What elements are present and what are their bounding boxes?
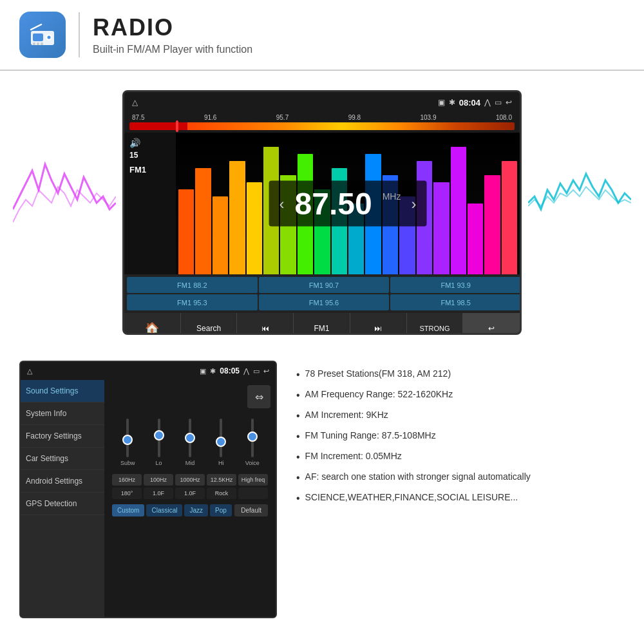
presets-panel: FM1 88.2 FM1 90.7 FM1 93.9 FM1 95.3 FM1 … xyxy=(124,274,522,313)
preset-custom[interactable]: Custom xyxy=(112,504,144,516)
settings-home-icon: △ xyxy=(27,367,32,375)
preset-3[interactable]: FM1 93.9 xyxy=(390,277,521,293)
eq-slider-lo: Lo xyxy=(146,419,172,466)
eq-param-rock[interactable]: Rock xyxy=(207,488,236,499)
bullet-3: • xyxy=(296,429,300,444)
preset-classical[interactable]: Classical xyxy=(146,504,182,516)
next-btn[interactable]: ⏭ xyxy=(350,313,407,335)
eq-param-1f-2[interactable]: 1.0F xyxy=(175,488,205,499)
slider-label-lo: Lo xyxy=(156,460,162,466)
strong-btn[interactable]: STRONG xyxy=(407,313,464,335)
slider-track-lo[interactable] xyxy=(158,419,160,457)
eq-param-125khz[interactable]: 12.5KHz xyxy=(207,474,236,486)
signal-icon: ▣ xyxy=(438,98,445,107)
slider-thumb-subw xyxy=(122,435,133,445)
info-text-1: AM Frequency Range: 522-1620KHz xyxy=(305,388,453,401)
info-item-0: • 78 Preset Stations(FM 318, AM 212) xyxy=(296,367,625,383)
slider-label-subw: Subw xyxy=(120,460,135,466)
eq-sliders: Subw Lo Mid xyxy=(109,411,270,469)
eq-param-empty xyxy=(238,488,268,499)
search-btn[interactable]: Search xyxy=(181,313,238,335)
slider-thumb-lo xyxy=(154,430,164,440)
eq-toggle-btn[interactable]: ⇔ xyxy=(247,385,270,408)
preset-4[interactable]: FM1 95.3 xyxy=(127,294,258,310)
preset-pop[interactable]: Pop xyxy=(210,504,232,516)
info-item-1: • AM Frequency Range: 522-1620KHz xyxy=(296,388,625,403)
preset-6[interactable]: FM1 98.5 xyxy=(390,294,521,310)
slider-thumb-voice xyxy=(247,431,258,442)
frequency-bar: 87.5 91.6 95.7 99.8 103.9 108.0 xyxy=(124,113,520,130)
radio-left-panel: 🔊 15 FM1 xyxy=(124,133,176,274)
eq-param-1f-1[interactable]: 1.0F xyxy=(144,488,173,499)
slider-track-mid[interactable] xyxy=(189,419,191,457)
info-text-2: AM Increment: 9KHz xyxy=(305,408,388,422)
eq-param-highfreq[interactable]: High freq xyxy=(238,474,268,486)
nav-car-settings[interactable]: Car Settings xyxy=(21,448,104,470)
volume-number: 15 xyxy=(129,151,138,160)
source-label: FM1 xyxy=(129,165,146,175)
radio-device-screen: △ ▣ ✱ 08:04 ⋀ ▭ ↩ 87.5 91.6 95.7 99.8 10… xyxy=(122,90,522,335)
nav-system-info[interactable]: System Info xyxy=(21,402,104,425)
freq-track[interactable] xyxy=(129,122,515,130)
settings-status-bar: △ ▣ ✱ 08:05 ⋀ ▭ ↩ xyxy=(21,362,276,380)
preset-jazz[interactable]: Jazz xyxy=(184,504,208,516)
radio-screen-section: △ ▣ ✱ 08:04 ⋀ ▭ ↩ 87.5 91.6 95.7 99.8 10… xyxy=(0,71,644,348)
freq-unit: MHz xyxy=(383,191,401,202)
info-text-6: SCIENCE,WEATHER,FINANCE,SOCIAL LEISURE..… xyxy=(305,491,518,504)
info-item-4: • FM Increment: 0.05MHz xyxy=(296,450,625,465)
home-btn[interactable]: 🏠 xyxy=(124,313,181,335)
radio-app-icon xyxy=(19,12,66,58)
slider-track-voice[interactable] xyxy=(251,419,254,457)
eq-preset-row: Custom Classical Jazz Pop Default xyxy=(109,502,270,519)
freq-indicator xyxy=(176,120,178,132)
freq-scale: 87.5 91.6 95.7 99.8 103.9 108.0 xyxy=(129,114,515,121)
settings-time: 08:05 xyxy=(220,366,240,375)
control-bar: 🏠 Search ⏮ FM1 ⏭ STRONG ↩ xyxy=(124,313,520,335)
preset-1[interactable]: FM1 88.2 xyxy=(127,277,258,293)
eq-param-160hz[interactable]: 160Hz xyxy=(112,474,142,486)
slider-thumb-mid xyxy=(185,433,195,443)
eq-param-180[interactable]: 180° xyxy=(112,488,142,499)
slider-thumb-hi xyxy=(216,437,226,447)
bullet-4: • xyxy=(296,450,300,465)
slider-track-subw[interactable] xyxy=(126,419,129,457)
settings-bt-icon: ✱ xyxy=(210,367,216,375)
freq-display: ‹ 87.50 MHz › xyxy=(269,181,427,227)
info-text-0: 78 Preset Stations(FM 318, AM 212) xyxy=(305,367,451,381)
bullet-5: • xyxy=(296,470,300,486)
nav-gps-detection[interactable]: GPS Detection xyxy=(21,493,104,515)
svg-rect-6 xyxy=(37,43,39,45)
prev-btn[interactable]: ⏮ xyxy=(237,313,294,335)
eq-param-buttons: 160Hz 100Hz 1000Hz 12.5KHz High freq 180… xyxy=(109,471,270,502)
fm1-btn[interactable]: FM1 xyxy=(294,313,350,335)
back-btn[interactable]: ↩ xyxy=(463,313,520,335)
info-text-4: FM Increment: 0.05MHz xyxy=(305,450,402,463)
bullet-0: • xyxy=(296,367,300,383)
home-status-icon: △ xyxy=(132,98,138,107)
settings-content: ⇔ Subw Lo xyxy=(104,380,276,617)
svg-rect-5 xyxy=(33,43,35,45)
bullet-2: • xyxy=(296,408,300,424)
eq-slider-voice: Voice xyxy=(240,419,265,466)
eq-slider-hi: Hi xyxy=(208,419,234,466)
nav-factory-settings[interactable]: Factory Settings xyxy=(21,425,104,448)
slider-track-hi[interactable] xyxy=(220,419,222,457)
slider-label-voice: Voice xyxy=(245,460,260,466)
back-icon: ↩ xyxy=(506,98,512,107)
preset-2[interactable]: FM1 90.7 xyxy=(259,277,390,293)
slider-label-mid: Mid xyxy=(185,460,195,466)
default-btn[interactable]: Default xyxy=(234,504,268,516)
eq-param-100hz[interactable]: 100Hz xyxy=(144,474,173,486)
nav-sound-settings[interactable]: Sound Settings xyxy=(21,380,104,402)
info-item-5: • AF: search one station with stronger s… xyxy=(296,470,625,486)
settings-body: Sound Settings System Info Factory Setti… xyxy=(21,380,276,617)
settings-screen: △ ▣ ✱ 08:05 ⋀ ▭ ↩ Sound Settings System … xyxy=(19,361,277,618)
window-icon: ▭ xyxy=(495,98,502,107)
nav-android-settings[interactable]: Android Settings xyxy=(21,470,104,493)
freq-next-btn[interactable]: › xyxy=(411,194,416,213)
freq-prev-btn[interactable]: ‹ xyxy=(279,194,285,213)
eq-param-1000hz[interactable]: 1000Hz xyxy=(175,474,205,486)
header-text-block: RADIO Built-in FM/AM Player with functio… xyxy=(93,14,252,55)
wave-left-decoration xyxy=(13,145,116,274)
preset-5[interactable]: FM1 95.6 xyxy=(259,294,390,310)
